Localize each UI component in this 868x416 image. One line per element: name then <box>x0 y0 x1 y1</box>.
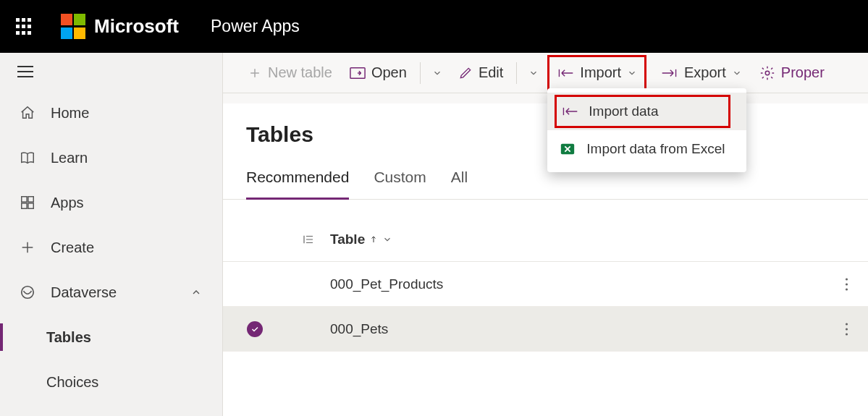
app-name-label: Power Apps <box>211 17 300 36</box>
nav-tables[interactable]: Tables <box>0 315 222 360</box>
svg-point-11 <box>845 323 847 325</box>
microsoft-logo-icon <box>61 14 87 40</box>
svg-rect-2 <box>22 203 27 208</box>
svg-point-8 <box>845 278 847 280</box>
import-icon <box>561 105 578 118</box>
column-header-table[interactable]: Table <box>330 232 825 247</box>
chevron-down-icon <box>627 68 637 78</box>
plus-icon <box>248 66 262 80</box>
command-bar: New table Open Edit <box>223 53 868 93</box>
page-title: Tables <box>223 103 868 150</box>
svg-rect-1 <box>28 197 33 202</box>
svg-point-10 <box>845 288 847 290</box>
import-button[interactable]: Import <box>551 59 643 88</box>
tab-bar: Recommended Custom All <box>223 150 868 200</box>
left-nav: Home Learn Apps Create Dataverse <box>0 53 223 416</box>
dd-label: Import data <box>589 103 658 119</box>
chevron-down-icon <box>732 68 742 78</box>
gear-icon <box>759 65 775 81</box>
svg-point-12 <box>845 328 847 330</box>
nav-learn[interactable]: Learn <box>0 135 222 180</box>
nav-sub-label: Tables <box>46 329 91 346</box>
open-icon <box>350 67 366 80</box>
hamburger-icon[interactable] <box>17 66 33 77</box>
svg-point-13 <box>845 333 847 335</box>
import-icon <box>557 67 574 80</box>
table-row[interactable]: 000_Pet_Products <box>223 262 868 307</box>
nav-choices[interactable]: Choices <box>0 360 222 404</box>
cmd-label: Proper <box>781 64 825 81</box>
table-row[interactable]: 000_Pets <box>223 307 868 352</box>
chevron-down-icon <box>382 234 392 245</box>
home-icon <box>17 105 38 121</box>
content-panel: Tables Recommended Custom All Table <box>223 103 868 416</box>
cmd-label: New table <box>268 64 332 81</box>
import-excel-item[interactable]: Import data from Excel <box>547 130 746 168</box>
properties-button[interactable]: Proper <box>752 59 832 88</box>
excel-icon <box>559 141 576 157</box>
open-button[interactable]: Open <box>342 59 414 88</box>
book-icon <box>17 150 38 166</box>
check-circle-icon[interactable] <box>247 321 263 337</box>
nav-label: Apps <box>51 195 84 211</box>
brand-label: Microsoft <box>94 15 179 38</box>
nav-apps[interactable]: Apps <box>0 180 222 225</box>
export-icon <box>661 67 678 80</box>
nav-label: Dataverse <box>51 284 117 301</box>
nav-label: Create <box>51 239 94 256</box>
dataverse-icon <box>17 284 38 300</box>
nav-label: Learn <box>51 150 88 166</box>
nav-home[interactable]: Home <box>0 90 222 135</box>
svg-point-9 <box>845 283 847 285</box>
import-dropdown: Import data Import data from Excel <box>547 88 746 172</box>
row-name: 000_Pets <box>330 321 825 337</box>
export-button[interactable]: Export <box>654 59 749 88</box>
dd-label: Import data from Excel <box>586 141 725 157</box>
main-area: New table Open Edit <box>223 53 868 416</box>
nav-sub-label: Choices <box>46 374 98 391</box>
tables-grid: Table 000_Pet_Products <box>223 217 868 352</box>
app-header: Microsoft Power Apps <box>0 0 868 53</box>
plus-icon <box>17 239 38 255</box>
nav-label: Home <box>51 105 89 122</box>
cmd-label: Import <box>580 64 621 81</box>
chevron-up-icon <box>190 286 202 298</box>
cmd-label: Open <box>371 64 407 81</box>
row-name: 000_Pet_Products <box>330 276 825 292</box>
tab-recommended[interactable]: Recommended <box>246 169 349 200</box>
cmd-label: Export <box>684 64 726 81</box>
waffle-icon[interactable] <box>16 18 33 35</box>
open-chevron[interactable] <box>426 68 448 78</box>
svg-point-7 <box>765 71 770 75</box>
cmd-label: Edit <box>479 64 503 81</box>
svg-rect-0 <box>22 197 27 202</box>
col-label: Table <box>330 232 365 247</box>
svg-point-4 <box>22 286 34 299</box>
list-view-icon[interactable] <box>287 233 330 246</box>
row-more-icon[interactable] <box>825 277 868 292</box>
pencil-icon <box>458 66 473 80</box>
tab-custom[interactable]: Custom <box>374 169 426 199</box>
import-highlight: Import <box>547 55 646 91</box>
nav-dataverse[interactable]: Dataverse <box>0 270 222 315</box>
tab-all[interactable]: All <box>451 169 468 199</box>
edit-chevron[interactable] <box>523 68 544 78</box>
edit-button[interactable]: Edit <box>451 59 510 88</box>
new-table-button[interactable]: New table <box>240 59 340 88</box>
grid-icon <box>17 195 38 211</box>
nav-create[interactable]: Create <box>0 225 222 270</box>
sort-asc-icon <box>369 234 378 245</box>
grid-header-row: Table <box>223 217 868 262</box>
row-more-icon[interactable] <box>825 322 868 336</box>
import-data-item[interactable]: Import data <box>547 93 746 130</box>
svg-rect-3 <box>28 203 33 208</box>
